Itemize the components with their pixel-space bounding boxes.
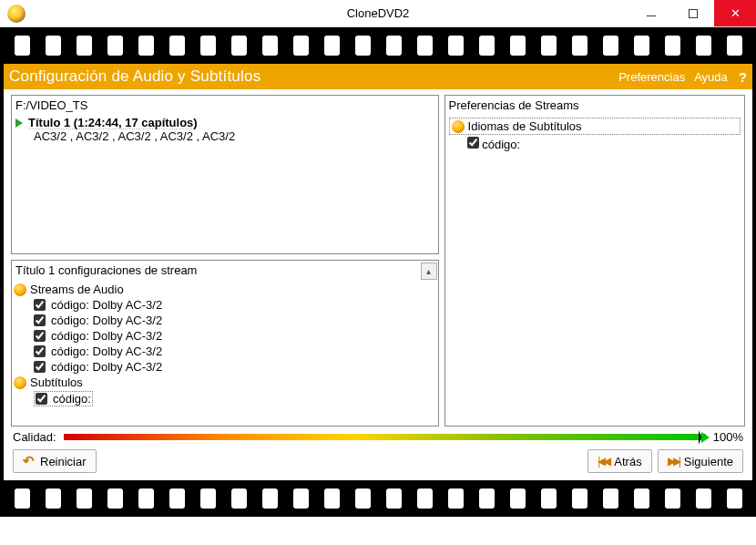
subtitle-languages-icon	[452, 120, 465, 133]
back-button-label: Atrás	[614, 455, 641, 468]
source-panel: F:/VIDEO_TS Título 1 (1:24:44, 17 capítu…	[11, 95, 439, 254]
stream-preferences-panel: Preferencias de Streams Idiomas de Subtí…	[444, 95, 745, 427]
play-icon	[15, 118, 23, 128]
audio-stream-checkbox[interactable]	[34, 299, 46, 311]
pref-subtitle-item[interactable]: código:	[449, 137, 741, 151]
subtitle-label: código:	[53, 392, 91, 406]
stream-preferences-header: Preferencias de Streams	[445, 96, 744, 116]
help-icon[interactable]: ?	[739, 69, 747, 85]
subtitle-languages-label: Idiomas de Subtítulos	[468, 119, 582, 133]
window-minimize-button[interactable]	[630, 0, 672, 26]
subtitles-category[interactable]: Subtítulos	[14, 375, 434, 390]
reset-button-label: Reiniciar	[40, 455, 87, 468]
pref-subtitle-checkbox[interactable]	[467, 137, 479, 149]
audio-stream-label: código: Dolby AC-3/2	[51, 298, 162, 312]
subtitles-icon	[14, 376, 26, 389]
audio-streams-category[interactable]: Streams de Audio	[14, 282, 434, 297]
stream-config-panel: Título 1 configuraciones de stream ▴ Str…	[11, 260, 439, 427]
subtitle-languages-row[interactable]: Idiomas de Subtítulos	[449, 118, 741, 135]
audio-icon	[14, 283, 26, 296]
audio-streams-label: Streams de Audio	[30, 283, 124, 296]
audio-stream-label: código: Dolby AC-3/2	[51, 329, 162, 343]
reset-icon: ↶	[23, 453, 35, 469]
rewind-icon	[598, 455, 608, 468]
next-button-label: Siguiente	[684, 455, 733, 468]
quality-label: Calidad:	[13, 430, 56, 444]
quality-row: Calidad: 100%	[4, 430, 752, 449]
subtitle-checkbox[interactable]	[36, 393, 47, 405]
audio-stream-item[interactable]: código: Dolby AC-3/2	[14, 359, 434, 375]
audio-stream-checkbox[interactable]	[34, 345, 46, 357]
help-link[interactable]: Ayuda	[694, 70, 728, 84]
audio-stream-label: código: Dolby AC-3/2	[51, 314, 162, 327]
audio-stream-label: código: Dolby AC-3/2	[51, 360, 162, 374]
title-label: Título 1 (1:24:44, 17 capítulos)	[28, 116, 198, 129]
subtitle-item[interactable]: código:	[14, 390, 434, 407]
page-title: Configuración de Audio y Subtítulos	[9, 67, 261, 86]
next-button[interactable]: Siguiente	[658, 449, 743, 473]
audio-stream-checkbox[interactable]	[34, 361, 46, 373]
audio-stream-checkbox[interactable]	[34, 314, 46, 326]
audio-stream-item[interactable]: código: Dolby AC-3/2	[14, 328, 434, 344]
fast-forward-icon	[668, 455, 679, 468]
reset-button[interactable]: ↶ Reiniciar	[13, 449, 97, 473]
filmstrip-top	[0, 27, 756, 64]
stream-config-header: Título 1 configuraciones de stream	[12, 261, 421, 281]
page-header: Configuración de Audio y Subtítulos Pref…	[4, 64, 752, 89]
quality-bar	[64, 434, 706, 440]
quality-value: 100%	[713, 430, 743, 444]
filmstrip-bottom	[0, 480, 756, 517]
title-codecs: AC3/2 , AC3/2 , AC3/2 , AC3/2 , AC3/2	[12, 129, 438, 143]
audio-stream-label: código: Dolby AC-3/2	[51, 344, 162, 358]
source-path: F:/VIDEO_TS	[12, 96, 438, 114]
preferences-link[interactable]: Preferencias	[618, 70, 685, 84]
audio-stream-checkbox[interactable]	[34, 330, 46, 342]
back-button[interactable]: Atrás	[587, 449, 651, 473]
app-icon	[7, 5, 26, 23]
pref-subtitle-label: código:	[482, 138, 520, 151]
window-titlebar: CloneDVD2 ✕	[0, 0, 756, 27]
scroll-up-button[interactable]: ▴	[421, 262, 437, 280]
audio-stream-item[interactable]: código: Dolby AC-3/2	[14, 344, 434, 359]
window-maximize-button[interactable]	[672, 0, 714, 26]
audio-stream-item[interactable]: código: Dolby AC-3/2	[14, 297, 434, 313]
audio-stream-item[interactable]: código: Dolby AC-3/2	[14, 313, 434, 328]
subtitles-label: Subtítulos	[30, 375, 83, 389]
window-close-button[interactable]: ✕	[714, 0, 756, 26]
title-row[interactable]: Título 1 (1:24:44, 17 capítulos)	[12, 114, 438, 129]
